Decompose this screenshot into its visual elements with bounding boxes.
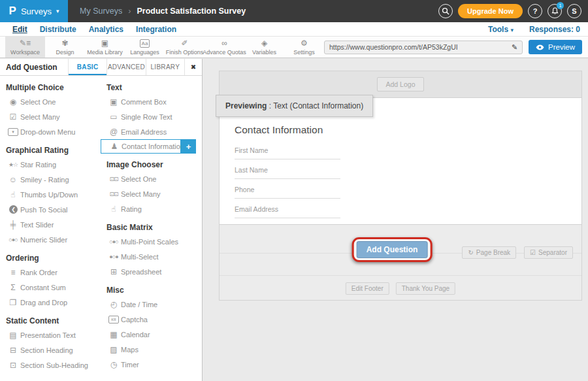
section-heading: Text: [106, 83, 202, 92]
add-selected-question-button[interactable]: +: [181, 139, 196, 154]
add-question-button[interactable]: Add Question: [357, 241, 428, 258]
help-button[interactable]: ?: [528, 4, 542, 18]
preview-button[interactable]: Preview: [529, 40, 582, 54]
question-type-thumbs-up-down[interactable]: ☝Thumbs Up/Down: [0, 187, 101, 202]
form-field-phone[interactable]: Phone: [235, 186, 340, 199]
survey-toolbar: ✎≡Workspace✾Design▣Media LibraryAaLangua…: [0, 37, 588, 58]
upgrade-now-button[interactable]: Upgrade Now: [458, 4, 523, 18]
question-type-select-many[interactable]: ☑Select Many: [0, 109, 101, 124]
toolbar-item-finish-options[interactable]: ✐Finish Options: [165, 37, 204, 58]
form-field-email-address[interactable]: Email Address: [235, 205, 340, 218]
edit-footer-button[interactable]: Edit Footer: [346, 282, 389, 295]
form-field-last-name[interactable]: Last Name: [235, 166, 340, 179]
close-panel-button[interactable]: ✖: [184, 59, 202, 75]
dropdown-icon: ▾: [8, 128, 18, 136]
question-type-rank-order[interactable]: ≡Rank Order: [0, 265, 101, 280]
bell-icon: [551, 7, 559, 15]
question-type-multi-point-scales[interactable]: ○●○Multi-Point Scales: [101, 234, 202, 249]
subnav-right: Tools ▾ Responses: 0: [488, 25, 580, 34]
thank-you-page-button[interactable]: Thank You Page: [396, 282, 455, 295]
question-type-label: Captcha: [121, 316, 148, 323]
page-break-button[interactable]: ↻ Page Break: [462, 246, 516, 259]
question-type-push-to-social[interactable]: ❮Push To Social: [0, 202, 101, 217]
toolbar-item-settings[interactable]: ⚙Settings: [284, 37, 324, 58]
question-type-multi-select[interactable]: ●○●Multi-Select: [101, 249, 202, 264]
survey-url-field[interactable]: https://www.questionpro.com/t/AP53kZgUI …: [324, 41, 523, 54]
question-type-date-time[interactable]: ◴Date / Time: [101, 297, 202, 312]
question-type-label: Contact Information: [122, 142, 184, 150]
question-type-rating[interactable]: ☝Rating: [101, 201, 202, 216]
chevron-down-icon: ▾: [56, 8, 59, 14]
add-question-highlight-ring: Add Question: [352, 237, 433, 262]
question-type-timer[interactable]: ◷Timer: [101, 357, 202, 372]
panel-tab-advanced[interactable]: ADVANCED: [106, 59, 145, 75]
question-type-select-one[interactable]: ⊡⊡Select One: [101, 171, 202, 186]
question-type-drop-down-menu[interactable]: ▾Drop-down Menu: [0, 124, 101, 139]
nav-tab-integration[interactable]: Integration: [136, 25, 176, 34]
notifications-button[interactable]: 1: [547, 4, 562, 18]
form-field-first-name[interactable]: First Name: [235, 146, 340, 159]
question-type-label: Select One: [121, 175, 156, 183]
add-question-panel: Add Question BASICADVANCEDLIBRARY ✖ Mult…: [0, 59, 203, 381]
add-logo-button[interactable]: Add Logo: [377, 77, 425, 91]
toolbar-item-advance-quotas[interactable]: ∞Advance Quotas: [204, 37, 244, 58]
question-type-drag-and-drop[interactable]: ❐Drag and Drop: [0, 295, 101, 310]
toolbar-item-design[interactable]: ✾Design: [45, 37, 85, 58]
question-type-star-rating[interactable]: ★☆Star Rating: [0, 157, 101, 172]
question-type-label: Star Rating: [20, 161, 56, 169]
top-navbar: P Surveys ▾ My Surveys › Product Satisfa…: [0, 0, 588, 22]
toolbar-item-media-library[interactable]: ▣Media Library: [85, 37, 125, 58]
question-type-section-sub-heading[interactable]: ⊡Section Sub-Heading: [0, 357, 101, 373]
toolbar-item-languages[interactable]: AaLanguages: [125, 37, 165, 58]
question-type-contact-information[interactable]: ♟Contact Information+: [101, 139, 181, 154]
question-type-constant-sum[interactable]: ΣConstant Sum: [0, 280, 101, 295]
section-heading: Basic Matrix: [106, 223, 202, 232]
question-type-smiley-rating[interactable]: ☺Smiley - Rating: [0, 172, 101, 187]
gear-icon: ⚙: [301, 39, 308, 48]
question-type-single-row-text[interactable]: ▭Single Row Text: [101, 109, 202, 124]
image-select-one-icon: ⊡⊡: [106, 176, 121, 182]
edit-url-icon[interactable]: ✎: [512, 43, 517, 52]
responses-link[interactable]: Responses: 0: [529, 25, 580, 34]
search-button[interactable]: [438, 4, 453, 18]
questionpro-logo: P: [9, 5, 16, 18]
question-type-select-one[interactable]: ◉Select One: [0, 94, 101, 109]
survey-nav-tabs: EditDistributeAnalyticsIntegration: [0, 25, 176, 34]
close-icon: ✖: [191, 63, 196, 71]
question-type-maps[interactable]: ▨Maps: [101, 342, 202, 357]
toolbar-item-variables[interactable]: ◈Variables: [244, 37, 284, 58]
question-type-label: Numeric Slider: [20, 236, 67, 244]
question-mark-icon: ?: [533, 7, 538, 15]
panel-tab-library[interactable]: LIBRARY: [146, 59, 184, 75]
section-heading: Graphical Rating: [6, 146, 101, 155]
question-type-section-heading[interactable]: ⊟Section Heading: [0, 342, 101, 357]
question-type-label: Date / Time: [121, 301, 157, 308]
tools-menu[interactable]: Tools ▾: [488, 25, 514, 34]
nav-tab-distribute[interactable]: Distribute: [40, 25, 76, 34]
survey-nav: EditDistributeAnalyticsIntegration Tools…: [0, 22, 588, 37]
question-type-numeric-slider[interactable]: ○●○Numeric Slider: [0, 232, 101, 247]
nav-tab-analytics[interactable]: Analytics: [89, 25, 123, 34]
question-type-calendar[interactable]: ▦Calendar: [101, 327, 202, 342]
account-avatar[interactable]: S: [567, 4, 581, 18]
share-icon: ❮: [9, 205, 18, 214]
date-time-icon: ◴: [106, 300, 121, 309]
question-type-label: Section Sub-Heading: [20, 361, 88, 369]
nav-tab-edit[interactable]: Edit: [12, 25, 27, 34]
question-type-presentation-text[interactable]: ▤Presentation Text: [0, 327, 101, 342]
question-type-email-address[interactable]: @Email Address: [101, 124, 202, 139]
toolbar-item-label: Advance Quotas: [203, 49, 246, 56]
breadcrumb-parent[interactable]: My Surveys: [80, 7, 122, 16]
question-type-label: Push To Social: [20, 206, 68, 214]
divider: [220, 275, 581, 276]
toolbar-item-workspace[interactable]: ✎≡Workspace: [5, 37, 45, 58]
question-type-captcha[interactable]: ĸяCaptcha: [101, 312, 202, 327]
question-type-comment-box[interactable]: ▣Comment Box: [101, 94, 202, 109]
separator-button[interactable]: ☑ Separator: [524, 246, 573, 259]
panel-tab-basic[interactable]: BASIC: [68, 59, 106, 75]
question-type-spreadsheet[interactable]: ⊞Spreadsheet: [101, 264, 202, 279]
magic-wand-icon: ✐: [181, 39, 188, 48]
question-type-select-many[interactable]: ⊡⊡Select Many: [101, 186, 202, 201]
app-logo-surveys-menu[interactable]: P Surveys ▾: [0, 0, 68, 22]
question-type-text-slider[interactable]: ╪Text Slider: [0, 217, 101, 232]
